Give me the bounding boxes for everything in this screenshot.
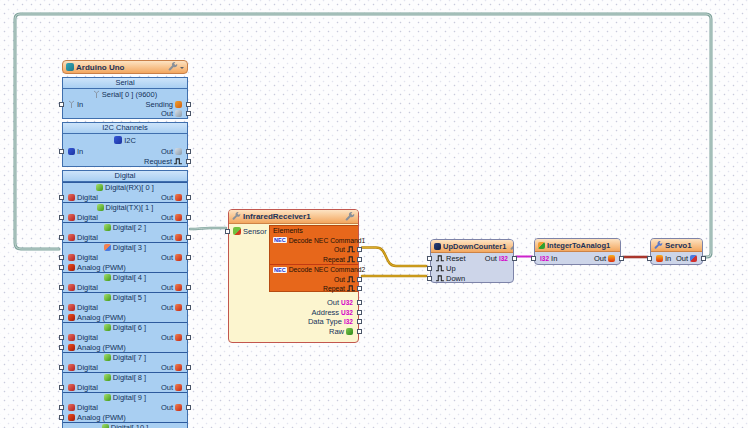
digital-out-pin[interactable] <box>186 255 191 260</box>
digital-in-pin[interactable] <box>59 215 64 220</box>
inttoanalog-in-label: In <box>551 254 557 263</box>
infrared-header[interactable]: InfraredReceiver1 <box>229 210 358 224</box>
infrared-raw-row: Raw <box>229 327 358 337</box>
wrench-icon[interactable] <box>510 242 513 251</box>
digital-in-pin[interactable] <box>59 335 64 340</box>
arduino-header[interactable]: Arduino Uno <box>62 60 188 74</box>
digital-channel-pins-row: Digital Out <box>63 362 187 372</box>
digital-in-pin[interactable] <box>59 235 64 240</box>
serial-instance-label: Serial[ 0 ] (9600) <box>102 90 157 99</box>
digital-channel-label-row: Digital[ 4 ] <box>63 273 187 282</box>
analog-pwm-pin[interactable] <box>59 315 64 320</box>
wrench-icon[interactable] <box>345 212 355 222</box>
inttoanalog-in-pin[interactable] <box>531 256 536 261</box>
i2c-request-row: Request <box>63 157 187 166</box>
analog-pwm-pin[interactable] <box>59 345 64 350</box>
digital-out-pin[interactable] <box>186 385 191 390</box>
pulse-icon <box>347 246 355 253</box>
digital-channel-label-row: Digital[ 8 ] <box>63 373 187 382</box>
digital-channel-pins-row: Digital Out <box>63 192 187 202</box>
element-nec2-row: NEC Decode NEC Command2 <box>270 264 358 275</box>
block-servo[interactable]: Servo1 In Out <box>650 238 703 265</box>
servo-out-pin[interactable] <box>701 256 706 261</box>
i2c-request-pin[interactable] <box>186 159 191 164</box>
block-arduino-uno[interactable]: Arduino Uno Serial Serial[ 0 ] (9600) In… <box>62 60 188 428</box>
infrared-out-pin[interactable] <box>357 300 362 305</box>
type-badge-i32: I32 <box>499 255 508 262</box>
digital-section-title: Digital <box>63 171 187 182</box>
counter-reset-pin[interactable] <box>427 256 432 261</box>
digital-in-pin[interactable] <box>59 405 64 410</box>
serial-in-pin[interactable] <box>59 102 64 107</box>
serial-icon <box>68 100 75 108</box>
analog-pwm-pin[interactable] <box>59 415 64 420</box>
inttoanalog-header[interactable]: IntegerToAnalog1 <box>535 239 620 252</box>
infrared-address-pin[interactable] <box>357 310 362 315</box>
nec2-repeat-pin[interactable] <box>357 286 362 291</box>
digital-channel-pins-row: Digital Out <box>63 232 187 242</box>
digital-in-icon <box>68 334 75 341</box>
serial-in-label: In <box>77 100 83 109</box>
digital-in-pin[interactable] <box>59 255 64 260</box>
digital-out-pin[interactable] <box>186 305 191 310</box>
counter-out-label: Out <box>485 254 497 263</box>
digital-out-icon <box>175 364 182 371</box>
serial-out-pin[interactable] <box>186 111 191 116</box>
digital-in-pin[interactable] <box>59 385 64 390</box>
digital-in-pin[interactable] <box>59 305 64 310</box>
digital-in-pin[interactable] <box>59 195 64 200</box>
digital-in-pin[interactable] <box>59 365 64 370</box>
digital-channel-icon <box>104 394 111 401</box>
digital-section: Digital Digital(RX)[ 0 ] Digital Out Dig… <box>62 170 188 428</box>
i2c-out-pin[interactable] <box>186 149 191 154</box>
wrench-icon[interactable] <box>168 62 178 72</box>
digital-out-pin[interactable] <box>186 195 191 200</box>
digital-channel-label: Digital[ 9 ] <box>113 393 146 402</box>
block-integer-to-analog[interactable]: IntegerToAnalog1 I32 In Out <box>534 238 621 265</box>
digital-channel: Digital[ 10 ] Digital Out <box>63 422 187 428</box>
servo-in-pin[interactable] <box>647 256 652 261</box>
digital-out-pin[interactable] <box>186 405 191 410</box>
digital-in-pin[interactable] <box>59 285 64 290</box>
serial-io-row: In Sending <box>63 99 187 109</box>
digital-out-pin[interactable] <box>186 365 191 370</box>
digital-in-label: Digital <box>77 283 98 292</box>
infrared-datatype-pin[interactable] <box>357 319 362 324</box>
block-updown-counter[interactable]: UpDownCounter1 Reset Out I32 Up <box>430 239 514 283</box>
sensor-label: Sensor <box>243 227 267 236</box>
digital-channel-icon <box>104 274 111 281</box>
counter-down-row: Down <box>431 273 513 283</box>
chevron-down-icon[interactable] <box>180 67 184 71</box>
serial-sending-pin[interactable] <box>186 102 191 107</box>
analog-pwm-pin[interactable] <box>59 265 64 270</box>
pulse-icon <box>436 255 444 262</box>
counter-out-pin[interactable] <box>512 256 517 261</box>
nec1-repeat-label: Repeat <box>323 256 345 263</box>
counter-header[interactable]: UpDownCounter1 <box>431 240 513 253</box>
nec-badge: NEC <box>273 237 287 243</box>
infrared-raw-pin[interactable] <box>357 329 362 334</box>
wire-nec1-out-to-counter-up[interactable] <box>362 248 426 267</box>
infrared-address-label: Address <box>312 308 340 317</box>
digital-channel-label: Digital(RX)[ 0 ] <box>105 183 154 192</box>
digital-out-pin[interactable] <box>186 285 191 290</box>
counter-up-pin[interactable] <box>427 266 432 271</box>
digital-out-pin[interactable] <box>186 235 191 240</box>
inttoanalog-out-pin[interactable] <box>619 256 624 261</box>
sensor-pin[interactable] <box>225 229 230 234</box>
analog-pwm-row: Analog (PWM) <box>63 342 187 352</box>
block-infrared-receiver[interactable]: InfraredReceiver1 Sensor Elements NEC De… <box>228 209 359 343</box>
canvas[interactable]: Arduino Uno Serial Serial[ 0 ] (9600) In… <box>0 0 748 428</box>
nec1-out-pin[interactable] <box>357 247 362 252</box>
digital-out-label: Out <box>161 193 173 202</box>
i2c-in-pin[interactable] <box>59 149 64 154</box>
counter-reset-label: Reset <box>446 254 466 263</box>
digital-out-pin[interactable] <box>186 215 191 220</box>
counter-down-pin[interactable] <box>427 276 432 281</box>
element-nec2-label: Decode NEC Command2 <box>289 266 366 273</box>
digital-out-pin[interactable] <box>186 335 191 340</box>
nec1-repeat-pin[interactable] <box>357 257 362 262</box>
nec2-out-pin[interactable] <box>357 277 362 282</box>
servo-header[interactable]: Servo1 <box>651 239 702 252</box>
infrared-datatype-label: Data Type <box>308 317 342 326</box>
